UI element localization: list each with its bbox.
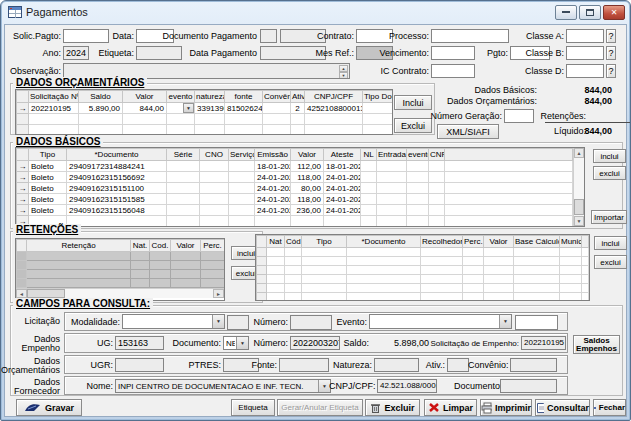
grid-cell[interactable] — [200, 183, 229, 194]
empenho-numero-field[interactable]: 2022003207 — [290, 336, 340, 350]
ug-field[interactable]: 153163 — [115, 336, 164, 350]
retencoes-right-inclui-button[interactable]: inclui — [594, 236, 627, 250]
evento-aux-input[interactable] — [515, 315, 558, 330]
grid-cell[interactable] — [407, 161, 429, 172]
grid-cell[interactable] — [484, 275, 514, 284]
consultar-button[interactable]: Consultar — [535, 399, 590, 416]
column-header[interactable]: CNO — [200, 149, 229, 161]
grid-cell[interactable] — [429, 183, 445, 194]
grid-cell[interactable] — [582, 284, 589, 293]
scrollbar-track[interactable] — [574, 158, 584, 216]
dropdown-arrow-icon[interactable]: ▼ — [212, 315, 224, 328]
grid-cell[interactable]: 5.890,00 — [79, 103, 123, 114]
grid-cell[interactable] — [229, 205, 255, 216]
grid-cell[interactable] — [201, 252, 225, 261]
grid-cell[interactable] — [263, 114, 291, 125]
ativ-field[interactable] — [447, 358, 469, 372]
grid-cell[interactable] — [421, 248, 463, 257]
grid-cell[interactable]: Boleto — [29, 183, 67, 194]
row-selector-cell[interactable]: → — [17, 194, 29, 205]
classe-b-help-button[interactable]: ? — [606, 46, 616, 60]
column-header[interactable]: Valor — [123, 91, 167, 103]
grid-cell[interactable]: 18-01-2024 — [324, 161, 361, 172]
grid-cell[interactable]: Boleto — [29, 161, 67, 172]
column-header[interactable]: fonte — [225, 91, 263, 103]
ugr-field[interactable] — [115, 358, 164, 372]
row-selector-cell[interactable] — [257, 266, 267, 275]
grid-cell[interactable] — [407, 172, 429, 183]
column-header[interactable]: evento — [407, 149, 429, 161]
grid-cell[interactable]: 24-01-2024 — [255, 205, 291, 216]
grid-cell[interactable]: 29409162315156692 — [67, 172, 167, 183]
row-selector-cell[interactable]: → — [17, 161, 29, 172]
grid-cell[interactable] — [167, 172, 200, 183]
corner-cell[interactable] — [17, 240, 27, 252]
evento-dropdown[interactable]: ▼ — [369, 314, 512, 329]
grid-cell[interactable] — [195, 125, 225, 136]
grid-cell[interactable] — [377, 172, 407, 183]
grid-cell[interactable] — [27, 279, 131, 288]
grid-cell[interactable] — [514, 266, 560, 275]
grid-cell[interactable] — [285, 257, 302, 266]
modalidade-aux-field[interactable] — [227, 315, 249, 330]
limpar-button[interactable]: Limpar — [424, 399, 477, 416]
grid-cell[interactable] — [361, 161, 377, 172]
grid-cell[interactable] — [445, 161, 573, 172]
grid-cell[interactable]: 24-01-2024 — [255, 183, 291, 194]
grid-cell[interactable]: 24-01-2024 — [255, 194, 291, 205]
grid-cell[interactable] — [582, 266, 589, 275]
column-header[interactable]: evento — [167, 91, 195, 103]
grid-cell[interactable] — [421, 293, 463, 302]
column-header[interactable]: Tipo — [29, 149, 67, 161]
grid-cell[interactable] — [463, 293, 484, 302]
column-header[interactable]: Entrada — [377, 149, 407, 161]
solicitacao-empenho-field[interactable]: 202210195 — [521, 336, 566, 350]
orcamentarios-inclui-button[interactable]: Inclui — [394, 95, 432, 110]
grid-cell[interactable] — [150, 270, 171, 279]
row-selector-cell[interactable] — [257, 275, 267, 284]
grid-cell[interactable] — [514, 275, 560, 284]
classe-d-help-button[interactable]: ? — [606, 64, 616, 78]
row-selector-cell[interactable] — [257, 284, 267, 293]
grid-cell[interactable] — [484, 266, 514, 275]
row-selector-cell[interactable] — [17, 261, 27, 270]
column-header[interactable]: Munic — [560, 236, 582, 248]
grid-cell[interactable] — [200, 205, 229, 216]
row-selector-cell[interactable]: → — [17, 103, 29, 114]
grid-cell[interactable]: Boleto — [29, 194, 67, 205]
grid-cell[interactable]: 29409162315151585 — [67, 194, 167, 205]
column-header[interactable]: Cod. — [150, 240, 171, 252]
grid-cell[interactable] — [302, 266, 347, 275]
column-header[interactable]: Ativ. — [291, 91, 305, 103]
minimize-button[interactable] — [555, 5, 577, 20]
grid-cell[interactable] — [285, 284, 302, 293]
grid-cell[interactable] — [347, 257, 421, 266]
grid-cell[interactable] — [407, 205, 429, 216]
grid-cell[interactable] — [445, 216, 573, 227]
grid-cell[interactable] — [560, 275, 582, 284]
column-header[interactable]: Tipo Doc. — [363, 91, 393, 103]
grid-cell[interactable] — [229, 216, 255, 227]
grid-cell[interactable] — [377, 183, 407, 194]
grid-cell[interactable] — [201, 270, 225, 279]
grid-cell[interactable] — [363, 114, 393, 125]
grid-cell[interactable] — [484, 284, 514, 293]
grid-cell[interactable] — [429, 172, 445, 183]
row-selector-cell[interactable] — [17, 114, 29, 125]
grid-cell[interactable] — [167, 205, 200, 216]
grid-cell[interactable] — [407, 183, 429, 194]
grid-cell[interactable] — [267, 275, 285, 284]
grid-cell[interactable] — [429, 194, 445, 205]
grid-cell[interactable] — [361, 172, 377, 183]
grid-cell[interactable]: 24-01-2024 — [324, 183, 361, 194]
orcamentarios-exclui-button[interactable]: Exclui — [394, 118, 432, 133]
grid-cell[interactable] — [171, 279, 201, 288]
grid-cell[interactable] — [305, 125, 363, 136]
grid-cell[interactable] — [200, 216, 229, 227]
grid-cell[interactable] — [267, 284, 285, 293]
close-button[interactable]: ✕ — [603, 5, 625, 20]
scroll-up-icon[interactable]: ▲ — [574, 148, 584, 158]
grid-cell[interactable] — [229, 172, 255, 183]
grid-cell[interactable] — [484, 257, 514, 266]
grid-cell[interactable] — [361, 194, 377, 205]
